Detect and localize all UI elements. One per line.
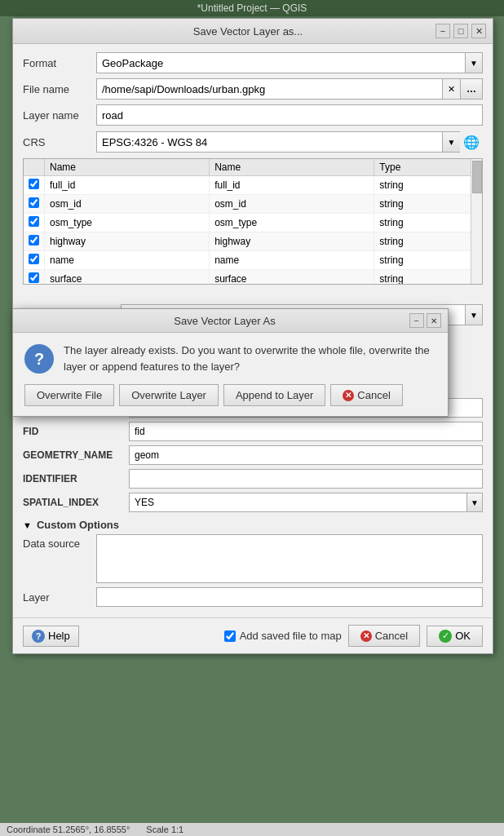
ok-button[interactable]: ✓ OK	[427, 626, 483, 647]
spatial-index-arrow-icon[interactable]: ▼	[466, 493, 483, 512]
overlay-dialog: Save Vector Layer As − ✕ ? The layer alr…	[12, 308, 449, 417]
overlay-content: ? The layer already exists. Do you want …	[13, 333, 448, 384]
spatial-index-row: SPATIAL_INDEX ▼	[23, 493, 483, 512]
custom-options-arrow-icon[interactable]: ▼	[23, 520, 32, 530]
filename-input[interactable]	[96, 78, 442, 100]
cell-name2-2: osm_id	[210, 195, 374, 214]
overlay-cancel-x-icon: ✕	[343, 390, 354, 401]
table-row: full_id full_id string	[24, 176, 482, 195]
row-checkbox-5[interactable]	[29, 254, 39, 264]
add-to-map-label: Add saved file to map	[240, 630, 342, 642]
col-header-check	[24, 159, 45, 176]
cancel-x-icon: ✕	[360, 630, 372, 642]
row-checkbox-4[interactable]	[29, 235, 39, 245]
layer-label: Layer	[23, 591, 96, 604]
geometry-name-input[interactable]	[129, 445, 483, 465]
overwrite-layer-button[interactable]: Overwrite Layer	[119, 384, 219, 406]
col-header-name2: Name	[210, 159, 374, 176]
cell-name1-1: full_id	[45, 176, 210, 195]
cell-type-3: string	[374, 214, 482, 232]
geometry-name-row: GEOMETRY_NAME	[23, 445, 483, 465]
table-row: surface surface string	[24, 270, 482, 285]
layername-row: Layer name	[23, 104, 483, 126]
ok-label: OK	[455, 630, 471, 642]
table-row: highway highway string	[24, 232, 482, 251]
fields-scrollbar[interactable]	[471, 159, 482, 284]
col-header-type: Type	[374, 159, 482, 176]
status-bar: Coordinate 51.2565°, 16.8555° Scale 1:1	[0, 823, 504, 836]
append-button[interactable]: Append to Layer	[223, 384, 325, 406]
layer-input[interactable]	[96, 587, 483, 607]
identifier-input[interactable]	[129, 469, 483, 489]
row-checkbox-6[interactable]	[29, 272, 39, 283]
scrollbar-thumb	[472, 161, 482, 193]
minimize-button[interactable]: −	[435, 24, 450, 38]
overlay-close-button[interactable]: ✕	[427, 313, 441, 328]
cell-name1-5: name	[45, 251, 210, 270]
main-dialog-title: Save Vector Layer as...	[60, 25, 435, 38]
spatial-index-label: SPATIAL_INDEX	[23, 497, 129, 508]
identifier-row: IDENTIFIER	[23, 469, 483, 489]
close-button[interactable]: ✕	[471, 24, 486, 38]
row-checkbox-2[interactable]	[29, 197, 39, 208]
format-input[interactable]	[96, 52, 465, 73]
geometry-arrow-icon[interactable]: ▼	[465, 304, 483, 325]
cell-type-1: string	[374, 176, 482, 195]
layername-label: Layer name	[23, 109, 96, 122]
overlay-cancel-button[interactable]: ✕ Cancel	[330, 384, 402, 406]
help-button[interactable]: ? Help	[23, 626, 79, 647]
overwrite-file-button[interactable]: Overwrite File	[24, 384, 114, 406]
overlay-buttons: Overwrite File Overwrite Layer Append to…	[13, 384, 448, 416]
maximize-button[interactable]: □	[453, 24, 468, 38]
layername-input[interactable]	[96, 104, 483, 126]
crs-globe-button[interactable]: 🌐	[460, 130, 483, 153]
row-checkbox-3[interactable]	[29, 216, 39, 227]
cell-name2-1: full_id	[210, 176, 374, 195]
fields-table: Name Name Type full_id full_id string os	[24, 159, 482, 285]
custom-options-header: ▼ Custom Options	[23, 519, 483, 531]
cell-name1-2: osm_id	[45, 195, 210, 214]
cancel-label: Cancel	[375, 630, 408, 642]
filename-clear-button[interactable]: ✕	[442, 78, 460, 100]
format-combo[interactable]: ▼	[96, 52, 483, 73]
add-to-map-row: Add saved file to map	[224, 630, 342, 642]
fid-input[interactable]	[129, 422, 483, 441]
cell-type-4: string	[374, 232, 482, 251]
cell-name2-3: osm_type	[210, 214, 374, 232]
layer-row: Layer	[23, 587, 483, 607]
cancel-button[interactable]: ✕ Cancel	[348, 625, 420, 647]
row-checkbox-1[interactable]	[29, 179, 39, 189]
crs-row: CRS ▼ 🌐	[23, 130, 483, 153]
window-title: *Untitled Project — QGIS	[197, 2, 307, 14]
cell-name2-4: highway	[210, 232, 374, 251]
filename-browse-button[interactable]: …	[460, 78, 483, 100]
format-label: Format	[23, 57, 96, 69]
cell-type-6: string	[374, 270, 482, 285]
crs-field: ▼ 🌐	[96, 130, 483, 153]
overlay-minimize-button[interactable]: −	[409, 313, 424, 328]
overlay-title: Save Vector Layer As	[40, 315, 409, 327]
help-label: Help	[48, 630, 70, 642]
question-icon: ?	[24, 344, 54, 374]
crs-arrow-icon[interactable]: ▼	[442, 131, 460, 153]
coordinate-display: Coordinate 51.2565°, 16.8555°	[7, 825, 130, 834]
overlay-cancel-label: Cancel	[357, 389, 390, 401]
fid-label: FID	[23, 426, 129, 437]
overlay-titlebar: Save Vector Layer As − ✕	[13, 309, 448, 333]
add-to-map-checkbox[interactable]	[224, 630, 236, 642]
spatial-index-combo[interactable]: ▼	[129, 493, 483, 512]
cell-name1-4: highway	[45, 232, 210, 251]
custom-options-title: Custom Options	[37, 519, 119, 531]
filename-field: ✕ …	[96, 78, 483, 100]
cell-name1-6: surface	[45, 270, 210, 285]
data-source-label: Data source	[23, 534, 96, 550]
format-arrow-icon[interactable]: ▼	[465, 52, 483, 73]
cell-name1-3: osm_type	[45, 214, 210, 232]
col-header-name1: Name	[45, 159, 210, 176]
crs-input[interactable]	[96, 131, 442, 153]
table-row: osm_id osm_id string	[24, 195, 482, 214]
spatial-index-input[interactable]	[129, 493, 466, 512]
data-source-input[interactable]	[96, 534, 483, 583]
main-dialog-titlebar: Save Vector Layer as... − □ ✕	[13, 19, 493, 44]
bottom-bar: ? Help Add saved file to map ✕ Cancel ✓ …	[13, 617, 493, 653]
